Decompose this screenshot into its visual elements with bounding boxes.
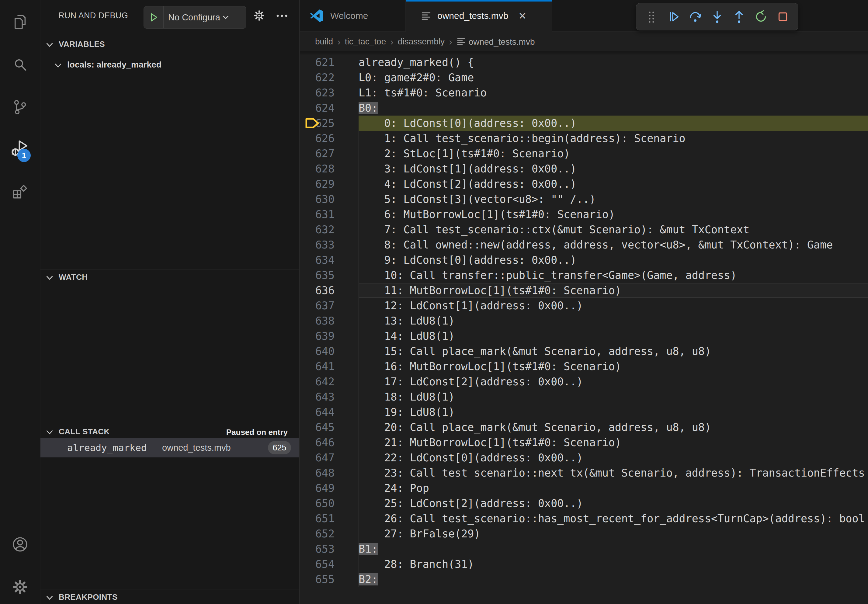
code-line[interactable]: 628 3: LdConst[1](address: 0x00..) xyxy=(300,161,868,177)
line-number[interactable]: 621 xyxy=(300,55,335,70)
line-number[interactable]: 638 xyxy=(300,313,335,328)
code-line[interactable]: 627 2: StLoc[1](ts#1#0: Scenario) xyxy=(300,146,868,161)
breadcrumb-item[interactable]: disassembly xyxy=(398,37,445,46)
line-number[interactable]: 629 xyxy=(300,177,335,192)
code-line[interactable]: 647 22: LdConst[0](address: 0x00..) xyxy=(300,450,868,465)
step-into-button[interactable] xyxy=(708,6,727,27)
code-line[interactable]: 638 13: LdU8(1) xyxy=(300,313,868,328)
code-line[interactable]: 646 21: MutBorrowLoc[1](ts#1#0: Scenario… xyxy=(300,435,868,450)
code-line[interactable]: 653B1: xyxy=(300,541,868,556)
code-line[interactable]: 625 0: LdConst[0](address: 0x00..) xyxy=(300,116,868,131)
search-icon[interactable] xyxy=(10,55,30,74)
restart-button[interactable] xyxy=(752,6,770,27)
code-line[interactable]: 629 4: LdConst[2](address: 0x00..) xyxy=(300,177,868,192)
line-number[interactable]: 630 xyxy=(300,192,335,207)
code-line[interactable]: 652 27: BrFalse(29) xyxy=(300,526,868,541)
line-number[interactable]: 640 xyxy=(300,344,335,359)
line-number[interactable]: 641 xyxy=(300,359,335,374)
breadcrumb-item[interactable]: owned_tests.mvb xyxy=(457,37,535,47)
continue-button[interactable] xyxy=(664,6,683,27)
line-number[interactable]: 637 xyxy=(300,298,335,313)
line-number[interactable]: 645 xyxy=(300,420,335,435)
line-number[interactable]: 636 xyxy=(300,283,335,298)
line-number[interactable]: 648 xyxy=(300,465,335,480)
breadcrumb-item[interactable]: build xyxy=(315,37,333,46)
line-number[interactable]: 647 xyxy=(300,450,335,465)
breadcrumb-item[interactable]: tic_tac_toe xyxy=(345,37,386,46)
code-line[interactable]: 655B2: xyxy=(300,572,868,587)
step-over-button[interactable] xyxy=(686,6,705,27)
code-line[interactable]: 649 24: Pop xyxy=(300,480,868,496)
close-icon[interactable]: × xyxy=(519,9,526,22)
code-line[interactable]: 636 11: MutBorrowLoc[1](ts#1#0: Scenario… xyxy=(300,283,868,298)
step-out-button[interactable] xyxy=(730,6,749,27)
line-number[interactable]: 635 xyxy=(300,268,335,283)
stop-button[interactable] xyxy=(773,6,792,27)
code-line[interactable]: 631 6: MutBorrowLoc[1](ts#1#0: Scenario) xyxy=(300,207,868,222)
line-number[interactable]: 626 xyxy=(300,131,335,146)
tab-welcome[interactable]: Welcome xyxy=(300,0,406,32)
toolbar-drag-handle[interactable] xyxy=(642,6,661,27)
debug-config-dropdown[interactable]: No Configura xyxy=(144,6,246,29)
code-line[interactable]: 644 19: LdU8(1) xyxy=(300,404,868,420)
settings-gear-icon[interactable] xyxy=(10,577,30,597)
call-stack-frame-row[interactable]: already_marked owned_tests.mvb 625 xyxy=(40,438,299,457)
watch-section-header[interactable]: WATCH xyxy=(40,269,299,285)
code-line[interactable]: 624B0: xyxy=(300,101,868,116)
code-line[interactable]: 623L1: ts#1#0: Scenario xyxy=(300,85,868,101)
line-number[interactable]: 642 xyxy=(300,374,335,389)
line-number[interactable]: 655 xyxy=(300,572,335,587)
variables-locals-row[interactable]: locals: already_marked xyxy=(40,57,299,73)
code-line[interactable]: 622L0: game#2#0: Game xyxy=(300,70,868,85)
more-actions-icon[interactable] xyxy=(275,12,288,19)
code-line[interactable]: 632 7: Call test_scenario::ctx(&mut Scen… xyxy=(300,222,868,237)
code-line[interactable]: 634 9: LdConst[0](address: 0x00..) xyxy=(300,252,868,268)
line-number[interactable]: 627 xyxy=(300,146,335,161)
code-line[interactable]: 633 8: Call owned::new(address, address,… xyxy=(300,237,868,252)
code-line[interactable]: 621already_marked() { xyxy=(300,55,868,70)
gear-icon[interactable] xyxy=(253,9,265,22)
code-line[interactable]: 640 15: Call place_mark(&mut Scenario, a… xyxy=(300,344,868,359)
line-number[interactable]: 633 xyxy=(300,237,335,252)
line-number[interactable]: 650 xyxy=(300,496,335,511)
code-line[interactable]: 630 5: LdConst[3](vector<u8>: "" /..) xyxy=(300,192,868,207)
code-line[interactable]: 642 17: LdConst[2](address: 0x00..) xyxy=(300,374,868,389)
code-line[interactable]: 626 1: Call test_scenario::begin(address… xyxy=(300,131,868,146)
breakpoints-section-header[interactable]: BREAKPOINTS xyxy=(40,589,299,604)
code-editor[interactable]: 621already_marked() {622L0: game#2#0: Ga… xyxy=(300,51,868,604)
call-stack-section-header[interactable]: CALL STACK Paused on entry xyxy=(40,424,299,439)
code-line[interactable]: 635 10: Call transfer::public_transfer<G… xyxy=(300,268,868,283)
line-number[interactable]: 653 xyxy=(300,541,335,556)
line-number[interactable]: 651 xyxy=(300,511,335,526)
line-number[interactable]: 644 xyxy=(300,404,335,420)
line-number[interactable]: 628 xyxy=(300,161,335,177)
line-number[interactable]: 624 xyxy=(300,101,335,116)
extensions-icon[interactable] xyxy=(10,183,30,202)
code-line[interactable]: 645 20: Call place_mark(&mut Scenario, a… xyxy=(300,420,868,435)
variables-section-header[interactable]: VARIABLES xyxy=(40,37,299,52)
code-line[interactable]: 650 25: LdConst[2](address: 0x00..) xyxy=(300,496,868,511)
explorer-icon[interactable] xyxy=(10,12,30,32)
line-number[interactable]: 652 xyxy=(300,526,335,541)
line-number[interactable]: 654 xyxy=(300,556,335,572)
code-line[interactable]: 641 16: MutBorrowLoc[1](ts#1#0: Scenario… xyxy=(300,359,868,374)
line-number[interactable]: 639 xyxy=(300,328,335,344)
code-line[interactable]: 654 28: Branch(31) xyxy=(300,556,868,572)
source-control-icon[interactable] xyxy=(10,97,30,117)
tab-owned-tests[interactable]: owned_tests.mvb × xyxy=(406,0,552,32)
account-icon[interactable] xyxy=(10,535,30,554)
code-line[interactable]: 637 12: LdConst[1](address: 0x00..) xyxy=(300,298,868,313)
line-number[interactable]: 622 xyxy=(300,70,335,85)
code-line[interactable]: 648 23: Call test_scenario::next_tx(&mut… xyxy=(300,465,868,480)
line-number[interactable]: 649 xyxy=(300,480,335,496)
line-number[interactable]: 643 xyxy=(300,389,335,404)
code-line[interactable]: 651 26: Call test_scenario::has_most_rec… xyxy=(300,511,868,526)
line-number[interactable]: 634 xyxy=(300,252,335,268)
line-number[interactable]: 623 xyxy=(300,85,335,101)
line-number[interactable]: 646 xyxy=(300,435,335,450)
start-debug-icon[interactable] xyxy=(144,12,163,23)
code-line[interactable]: 639 14: LdU8(1) xyxy=(300,328,868,344)
line-number[interactable]: 632 xyxy=(300,222,335,237)
code-line[interactable]: 643 18: LdU8(1) xyxy=(300,389,868,404)
line-number[interactable]: 631 xyxy=(300,207,335,222)
